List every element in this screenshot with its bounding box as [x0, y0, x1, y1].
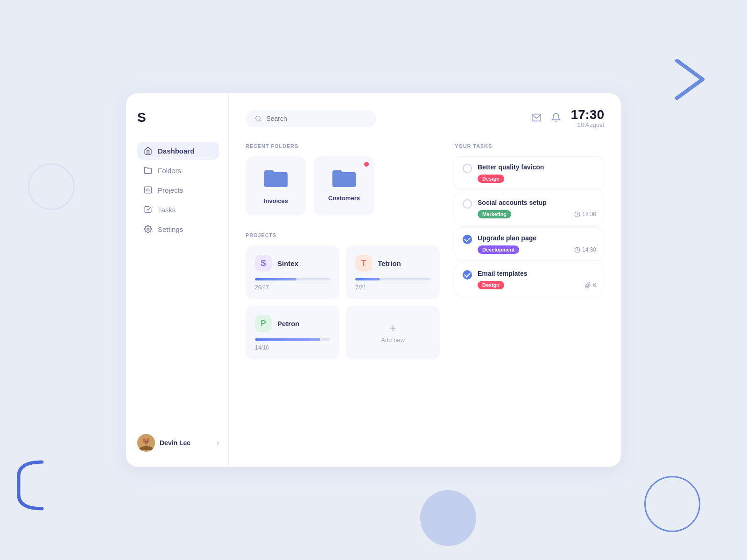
- project-tetrion-progress-fill: [355, 278, 380, 280]
- bg-decor-circle-blue: [420, 490, 476, 546]
- clock-icon-2: [574, 247, 580, 253]
- app-card: S Dashboard Folders: [126, 93, 621, 467]
- header: 17:30 18 August: [246, 108, 604, 128]
- projects-section-label: PROJECTS: [246, 232, 440, 238]
- project-tetrion[interactable]: T Tetrion 7/21: [346, 245, 440, 299]
- tasks-column: YOUR TASKS Better quality favicon Design: [455, 143, 604, 359]
- task-upgrade-time-value: 14:30: [582, 246, 596, 253]
- task-upgrade: Upgrade plan page Development 14:30: [455, 227, 604, 261]
- project-petron-progress-fill: [255, 338, 320, 341]
- sidebar-item-projects[interactable]: Projects: [137, 181, 219, 199]
- folder-customers-icon: [332, 168, 356, 189]
- header-icons: 17:30 18 August: [531, 108, 604, 128]
- add-new-project[interactable]: + Add new: [346, 306, 440, 359]
- task-email-title: Email templates: [478, 270, 596, 277]
- task-social-title: Social accounts setup: [478, 199, 596, 206]
- add-plus-icon: +: [389, 322, 396, 334]
- svg-line-14: [260, 119, 261, 121]
- task-email-row: Email templates Design 6: [463, 270, 596, 289]
- project-sintex-count: 26/47: [255, 284, 330, 291]
- sidebar-item-tasks[interactable]: Tasks: [137, 201, 219, 218]
- project-tetrion-header: T Tetrion: [355, 255, 430, 272]
- sidebar: S Dashboard Folders: [126, 93, 229, 467]
- folders-section-label: RECENT FOLDERS: [246, 143, 440, 149]
- task-email-meta: Design 6: [478, 281, 596, 289]
- sidebar-item-tasks-label: Tasks: [158, 206, 176, 214]
- projects-grid: S Sintex 26/47 T Tetr: [246, 245, 440, 359]
- avatar: [137, 434, 155, 452]
- task-email-tag: Design: [478, 281, 504, 289]
- bg-decor-circle-lg: [644, 476, 700, 532]
- sidebar-item-folders[interactable]: Folders: [137, 161, 219, 179]
- mail-icon[interactable]: [531, 112, 542, 125]
- tasks-icon: [144, 205, 152, 214]
- bg-decor-chevron: [672, 56, 710, 103]
- project-tetrion-count: 7/21: [355, 284, 430, 291]
- user-arrow-icon[interactable]: ›: [217, 439, 219, 447]
- sidebar-nav: Dashboard Folders Projects: [137, 142, 219, 419]
- svg-point-12: [145, 443, 148, 444]
- search-bar[interactable]: [246, 110, 376, 127]
- search-icon: [255, 115, 261, 122]
- task-social-row: Social accounts setup Marketing 12:30: [463, 199, 596, 218]
- time-display: 17:30: [571, 108, 604, 121]
- sidebar-item-settings-label: Settings: [158, 225, 183, 233]
- user-profile[interactable]: Devin Lee ›: [137, 430, 219, 455]
- task-email-attachments: 6: [585, 282, 596, 288]
- project-petron[interactable]: P Petron 14/16: [246, 306, 339, 359]
- project-tetrion-letter: T: [355, 255, 372, 272]
- header-time: 17:30 18 August: [571, 108, 604, 128]
- app-logo: S: [137, 110, 219, 125]
- search-input[interactable]: [266, 115, 367, 122]
- task-social-meta: Marketing 12:30: [478, 210, 596, 218]
- project-sintex-name: Sintex: [277, 259, 298, 267]
- task-favicon-checkbox[interactable]: [463, 164, 472, 173]
- project-petron-progress-bar: [255, 338, 330, 341]
- date-display: 18 August: [571, 121, 604, 128]
- bg-decor-bracket: [14, 457, 51, 513]
- svg-point-10: [145, 441, 146, 443]
- project-petron-name: Petron: [277, 320, 300, 328]
- tasks-section-label: YOUR TASKS: [455, 143, 604, 149]
- projects-section: PROJECTS S Sintex 26/47: [246, 232, 440, 359]
- task-social-checkbox[interactable]: [463, 199, 472, 209]
- task-favicon-title: Better quality favicon: [478, 163, 596, 171]
- bg-decor-circle-sm: [28, 163, 75, 210]
- project-sintex[interactable]: S Sintex 26/47: [246, 245, 339, 299]
- svg-point-4: [147, 228, 149, 231]
- left-column: RECENT FOLDERS Invoices: [246, 143, 440, 359]
- task-email: Email templates Design 6: [455, 263, 604, 296]
- dashboard-icon: [144, 147, 152, 155]
- task-upgrade-checkbox[interactable]: [463, 235, 472, 244]
- task-social-time-value: 12:30: [582, 211, 596, 217]
- sidebar-item-settings[interactable]: Settings: [137, 220, 219, 238]
- sidebar-item-folders-label: Folders: [158, 167, 181, 175]
- project-sintex-progress-fill: [255, 278, 296, 280]
- project-sintex-letter: S: [255, 255, 272, 272]
- project-petron-header: P Petron: [255, 315, 330, 332]
- main-content: 17:30 18 August RECENT FOLDERS: [229, 93, 621, 467]
- task-favicon-body: Better quality favicon Design: [478, 163, 596, 183]
- sidebar-item-dashboard[interactable]: Dashboard: [137, 142, 219, 160]
- task-email-checkbox[interactable]: [463, 270, 472, 280]
- add-new-label: Add new: [381, 336, 405, 343]
- project-sintex-progress-bar: [255, 278, 330, 280]
- task-list: Better quality favicon Design: [455, 156, 604, 296]
- task-upgrade-title: Upgrade plan page: [478, 234, 596, 242]
- folder-customers[interactable]: Customers: [314, 156, 374, 216]
- task-email-attachment-count: 6: [593, 282, 596, 288]
- project-tetrion-name: Tetrion: [378, 259, 401, 267]
- task-social-tag: Marketing: [478, 210, 511, 218]
- folder-customers-name: Customers: [328, 195, 360, 202]
- task-upgrade-tag: Development: [478, 245, 519, 254]
- task-upgrade-body: Upgrade plan page Development 14:30: [478, 234, 596, 254]
- task-favicon-tag: Design: [478, 175, 504, 183]
- task-social-body: Social accounts setup Marketing 12:30: [478, 199, 596, 218]
- folder-badge: [364, 162, 369, 167]
- folder-icon: [144, 166, 152, 175]
- notification-icon[interactable]: [551, 112, 561, 125]
- task-email-body: Email templates Design 6: [478, 270, 596, 289]
- folder-invoices[interactable]: Invoices: [246, 156, 306, 216]
- task-favicon-row: Better quality favicon Design: [463, 163, 596, 183]
- svg-point-11: [147, 441, 148, 443]
